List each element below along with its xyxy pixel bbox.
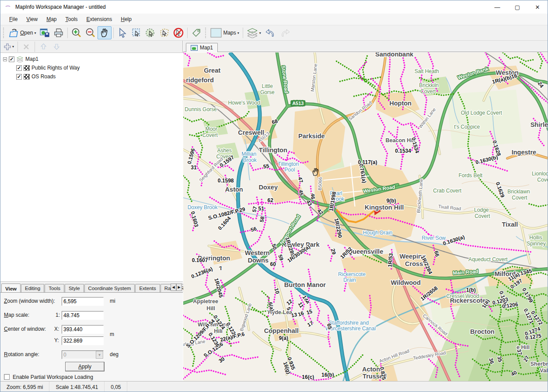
map-label: Ashes bbox=[217, 147, 231, 154]
map-label: 16(b) bbox=[321, 372, 334, 378]
zoom-out-button[interactable] bbox=[84, 26, 98, 39]
status-extra: 0,05 bbox=[105, 382, 127, 392]
layer-tree: ✓ Map1 ✓ Public Rights of Way ✓ OS Roads bbox=[0, 52, 183, 282]
tab-editing[interactable]: Editing bbox=[21, 284, 44, 292]
map-label: Shirleywich bbox=[531, 121, 548, 128]
remove-layer-button[interactable] bbox=[20, 42, 33, 52]
osroads-checkbox[interactable]: ✓ bbox=[16, 74, 22, 80]
map-label: 0.1607 bbox=[192, 257, 208, 263]
map-label: Gorse bbox=[260, 89, 275, 95]
center-field-label: Center of window: bbox=[4, 326, 46, 332]
open-folder-icon bbox=[8, 28, 19, 38]
add-caret-icon: ▾ bbox=[12, 45, 14, 49]
pan-tool-button[interactable] bbox=[98, 26, 112, 39]
maximize-button[interactable]: ▢ bbox=[507, 0, 527, 14]
map-label: Staffordshire and bbox=[329, 320, 369, 326]
tab-map1[interactable]: Map1 bbox=[186, 43, 218, 52]
tab-tools[interactable]: Tools bbox=[45, 284, 64, 292]
window-title: MapInfo Workspace Manager - untitled bbox=[15, 4, 106, 10]
tree-row-prow[interactable]: ✓ Public Rights of Way bbox=[16, 63, 182, 72]
menu-tools[interactable]: Tools bbox=[61, 14, 82, 24]
zoom-input[interactable] bbox=[62, 297, 104, 306]
menu-map[interactable]: Map bbox=[42, 14, 61, 24]
unselect-all-button[interactable] bbox=[171, 26, 185, 39]
map-label: Hollis bbox=[529, 234, 542, 241]
toolbar-drag-handle bbox=[3, 28, 5, 38]
tree-row-osroads[interactable]: ✓ OS Roads bbox=[16, 72, 182, 81]
tree-label-prow[interactable]: Public Rights of Way bbox=[31, 65, 80, 71]
tabs-scroll-right-button[interactable]: ▶ bbox=[176, 284, 182, 291]
menu-help[interactable]: Help bbox=[116, 14, 136, 24]
tab-style[interactable]: Style bbox=[65, 284, 84, 292]
add-layer-button[interactable]: ▾ bbox=[2, 42, 16, 52]
menu-file[interactable]: File bbox=[5, 14, 22, 24]
move-up-button[interactable] bbox=[37, 42, 50, 52]
tab-coordinate-system[interactable]: Coordinate System bbox=[84, 284, 135, 292]
apply-button[interactable]: Apply bbox=[65, 362, 105, 371]
label-tool-button[interactable] bbox=[189, 26, 203, 39]
tab-view[interactable]: View bbox=[1, 284, 21, 293]
zoom-in-icon bbox=[71, 28, 82, 38]
save-workspace-button[interactable] bbox=[38, 26, 52, 39]
map-label: Fords Belt bbox=[458, 172, 482, 178]
rotation-unit: deg bbox=[110, 351, 119, 357]
open-caret-icon: ▾ bbox=[34, 31, 36, 35]
tabs-scroll-left-button[interactable]: ◀ bbox=[171, 284, 176, 291]
select-tool-button[interactable] bbox=[115, 26, 129, 39]
tree-label-osroads[interactable]: OS Roads bbox=[31, 74, 56, 80]
redo-button[interactable] bbox=[278, 26, 293, 39]
map-label: Downs bbox=[248, 257, 269, 264]
maps-button[interactable]: Maps ▾ bbox=[209, 26, 241, 39]
map-label: 1(b) bbox=[466, 287, 476, 293]
map-label: Hill bbox=[206, 305, 215, 312]
polygon-select-button[interactable] bbox=[157, 26, 171, 39]
map-label: Bricklawn bbox=[507, 189, 530, 195]
map-route-prowg bbox=[529, 204, 548, 206]
main-toolbar: Open ▾ bbox=[0, 25, 548, 41]
map-label: Covert bbox=[420, 88, 436, 94]
center-y-input[interactable] bbox=[62, 336, 104, 345]
marquee-select-button[interactable] bbox=[129, 26, 143, 39]
map-label: A513 bbox=[292, 101, 304, 106]
map-route-prowg bbox=[290, 342, 334, 377]
tree-row-map1[interactable]: ✓ Map1 bbox=[1, 55, 182, 63]
map-canvas[interactable]: GreatridgefordCreswellParksideTillington… bbox=[183, 52, 548, 381]
prow-checkbox[interactable]: ✓ bbox=[16, 65, 22, 71]
partial-loading-checkbox[interactable] bbox=[4, 374, 10, 380]
menu-view[interactable]: View bbox=[22, 14, 42, 24]
layer-control-button[interactable]: ▾ bbox=[245, 26, 263, 39]
map-label: Great bbox=[204, 67, 220, 74]
print-button[interactable] bbox=[52, 26, 66, 39]
undo-button[interactable] bbox=[263, 26, 278, 39]
layer-style-icon bbox=[24, 65, 30, 71]
rotation-dropdown-button[interactable]: ▼ bbox=[96, 351, 103, 359]
map1-checkbox[interactable]: ✓ bbox=[9, 56, 14, 62]
zoom-unit: mi bbox=[110, 298, 115, 304]
open-button[interactable]: Open ▾ bbox=[7, 26, 38, 39]
delete-x-icon bbox=[23, 44, 29, 50]
map-svg[interactable]: GreatridgefordCreswellParksideTillington… bbox=[183, 52, 548, 381]
scale-input[interactable] bbox=[62, 311, 104, 320]
menu-extensions[interactable]: Extensions bbox=[82, 14, 117, 24]
close-button[interactable]: ✕ bbox=[527, 0, 548, 14]
arrow-down-icon bbox=[53, 43, 60, 50]
map-label: B5066 bbox=[317, 177, 323, 190]
map-route-prowg bbox=[354, 94, 377, 96]
center-x-input[interactable] bbox=[62, 325, 104, 334]
tree-label-map1[interactable]: Map1 bbox=[25, 56, 38, 62]
map-label: 55 bbox=[263, 163, 269, 170]
minimize-button[interactable]: — bbox=[487, 0, 507, 14]
menu-bar: FileViewMapToolsExtensionsHelp bbox=[0, 14, 548, 25]
map-route-prowg bbox=[336, 61, 377, 88]
collapse-icon[interactable] bbox=[3, 57, 7, 61]
tab-extents[interactable]: Extents bbox=[135, 284, 160, 292]
panel-tabstrip: ◀ ▶ ViewEditingToolsStyleCoordinate Syst… bbox=[0, 282, 183, 292]
arrow-up-icon bbox=[40, 43, 47, 50]
map-label: Doxey bbox=[258, 184, 278, 191]
map-route-prowg bbox=[334, 354, 363, 377]
zoom-in-button[interactable] bbox=[70, 26, 84, 39]
map-label: Cross bbox=[405, 260, 423, 267]
move-down-button[interactable] bbox=[50, 42, 63, 52]
map-route-prowg bbox=[503, 52, 534, 61]
radius-select-button[interactable] bbox=[143, 26, 157, 39]
